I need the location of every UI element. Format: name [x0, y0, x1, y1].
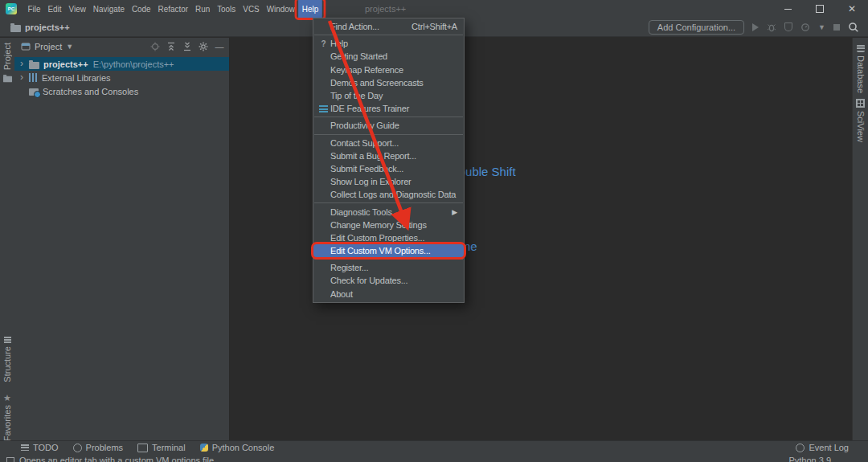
status-hint-icon [6, 457, 14, 462]
tree-item-name: External Libraries [42, 73, 111, 83]
menubar-item-edit[interactable]: Edit [44, 0, 65, 18]
menu-item-shortcut: Ctrl+Shift+A [411, 22, 457, 31]
gear-icon[interactable] [199, 42, 208, 51]
help-menu-item-ide-features-trainer[interactable]: IDE Features Trainer [313, 102, 464, 115]
help-menu-item-submit-a-bug-report[interactable]: Submit a Bug Report... [313, 149, 464, 162]
chevron-right-icon[interactable]: › [20, 71, 29, 84]
close-button[interactable]: ✕ [836, 0, 868, 18]
tool-tab-structure[interactable]: Structure [0, 337, 14, 382]
maximize-button[interactable] [804, 0, 836, 18]
debug-icon[interactable] [767, 22, 776, 32]
help-menu-item-show-log-in-explorer[interactable]: Show Log in Explorer [313, 175, 464, 188]
project-panel-title[interactable]: Project [35, 42, 62, 51]
chevron-right-icon[interactable]: › [20, 57, 29, 71]
breadcrumb-label: projects++ [25, 22, 70, 32]
help-menu-item-about[interactable]: About [313, 288, 464, 301]
minimize-button[interactable] [772, 0, 804, 18]
help-menu-item-help[interactable]: Help [313, 37, 464, 50]
python-interpreter-widget[interactable]: Python 3.9 [788, 456, 831, 462]
menu-separator [314, 117, 463, 117]
submenu-arrow-icon: ▶ [452, 208, 457, 216]
menubar-item-view[interactable]: View [65, 0, 89, 18]
help-menu-item-tip-of-the-day[interactable]: Tip of the Day [313, 89, 464, 102]
profiler-icon[interactable] [800, 22, 810, 32]
bottom-tool-bar: TODOProblemsTerminalPython Console Event… [0, 440, 868, 454]
menu-item-label: Edit Custom VM Options... [330, 246, 457, 256]
menubar-item-file[interactable]: File [24, 0, 44, 18]
pycharm-window: PC FileEditViewNavigateCodeRefactorRunTo… [0, 0, 868, 462]
pycharm-logo-icon: PC [6, 3, 17, 14]
tool-window-button-problems[interactable]: Problems [73, 443, 123, 452]
help-menu-item-edit-custom-vm-options[interactable]: Edit Custom VM Options... [313, 244, 464, 257]
help-menu-item-keymap-reference[interactable]: Keymap Reference [313, 63, 464, 76]
menubar-item-code[interactable]: Code [128, 0, 154, 18]
help-icon [317, 39, 330, 48]
chevron-down-icon[interactable]: ▼ [66, 43, 73, 51]
status-bar: Opens an editor tab with a custom VM opt… [0, 454, 868, 462]
tool-window-button-todo[interactable]: TODO [21, 443, 59, 452]
database-icon [857, 44, 865, 52]
menu-item-label: Contact Support... [330, 138, 457, 148]
help-menu-item-submit-feedback[interactable]: Submit Feedback... [313, 162, 464, 175]
minimize-icon [784, 9, 792, 10]
hide-panel-icon[interactable]: — [215, 42, 224, 51]
help-menu-item-find-action[interactable]: Find Action...Ctrl+Shift+A [313, 20, 464, 33]
help-menu-item-diagnostic-tools[interactable]: Diagnostic Tools▶ [313, 205, 464, 218]
menubar-item-refactor[interactable]: Refactor [154, 0, 191, 18]
tool-tab-sciview[interactable]: SciView [853, 99, 868, 142]
help-menu-item-check-for-updates[interactable]: Check for Updates... [313, 274, 464, 287]
menu-item-label: About [330, 289, 457, 299]
help-menu-item-collect-logs-and-diagnostic-data[interactable]: Collect Logs and Diagnostic Data [313, 188, 464, 201]
tool-window-button-label: TODO [33, 443, 59, 452]
locate-icon[interactable] [150, 42, 160, 51]
help-menu-item-contact-support[interactable]: Contact Support... [313, 137, 464, 149]
maximize-icon [816, 5, 824, 13]
menubar-item-vcs[interactable]: VCS [240, 0, 263, 18]
tree-item-external-libraries[interactable]: ›External Libraries [14, 71, 229, 84]
tree-item-scratches-and-consoles[interactable]: Scratches and Consoles [14, 84, 229, 98]
menubar-item-navigate[interactable]: Navigate [89, 0, 128, 18]
menubar-item-window[interactable]: Window [263, 0, 298, 18]
tool-window-button-python-console[interactable]: Python Console [200, 443, 275, 452]
tool-tab-database-label: Database [856, 55, 866, 93]
menu-item-label: Getting Started [330, 51, 457, 61]
menubar-item-run[interactable]: Run [191, 0, 213, 18]
tool-tab-project[interactable]: Project [0, 43, 14, 83]
event-log-icon [796, 444, 805, 452]
add-configuration-button[interactable]: Add Configuration... [649, 20, 744, 35]
tool-tab-project-label: Project [2, 43, 12, 70]
help-menu-item-productivity-guide[interactable]: Productivity Guide [313, 119, 464, 132]
chevron-down-icon[interactable]: ▼ [818, 23, 825, 31]
event-log-button[interactable]: Event Log [796, 443, 849, 452]
expand-all-icon[interactable] [166, 42, 176, 51]
tree-item-projects[interactable]: ›projects++E:\python\projects++ [14, 57, 229, 71]
coverage-icon[interactable] [784, 22, 792, 31]
search-icon[interactable] [848, 22, 859, 33]
collapse-all-icon[interactable] [182, 42, 192, 51]
menu-item-label: Find Action... [330, 22, 402, 31]
breadcrumb[interactable]: projects++ [10, 22, 70, 32]
tool-window-button-label: Problems [86, 443, 123, 452]
help-menu-item-getting-started[interactable]: Getting Started [313, 50, 464, 63]
tool-window-button-terminal[interactable]: Terminal [137, 443, 186, 452]
menu-separator [314, 202, 463, 203]
stop-icon[interactable] [833, 24, 840, 31]
tool-tab-favorites-label: Favorites [2, 405, 12, 441]
project-tree: ›projects++E:\python\projects++›External… [14, 57, 229, 98]
tool-tab-database[interactable]: Database [853, 44, 868, 93]
menubar-item-help[interactable]: Help [298, 0, 321, 18]
tool-tab-sciview-label: SciView [856, 111, 866, 142]
run-icon[interactable] [752, 23, 759, 31]
tool-tab-favorites[interactable]: ★ Favorites [0, 394, 14, 441]
menu-item-label: Tip of the Day [330, 91, 457, 100]
help-menu-item-change-memory-settings[interactable]: Change Memory Settings [313, 219, 464, 231]
menubar-item-tools[interactable]: Tools [214, 0, 240, 18]
help-menu-popup: Find Action...Ctrl+Shift+AHelpGetting St… [313, 18, 465, 303]
project-panel-header: Project ▼ — [14, 38, 229, 55]
python-icon [200, 444, 208, 452]
help-menu-item-register[interactable]: Register... [313, 261, 464, 274]
help-menu-item-demos-and-screencasts[interactable]: Demos and Screencasts [313, 76, 464, 89]
help-menu-item-edit-custom-properties[interactable]: Edit Custom Properties... [313, 231, 464, 244]
terminal-icon [137, 444, 148, 452]
menu-separator [314, 259, 463, 260]
